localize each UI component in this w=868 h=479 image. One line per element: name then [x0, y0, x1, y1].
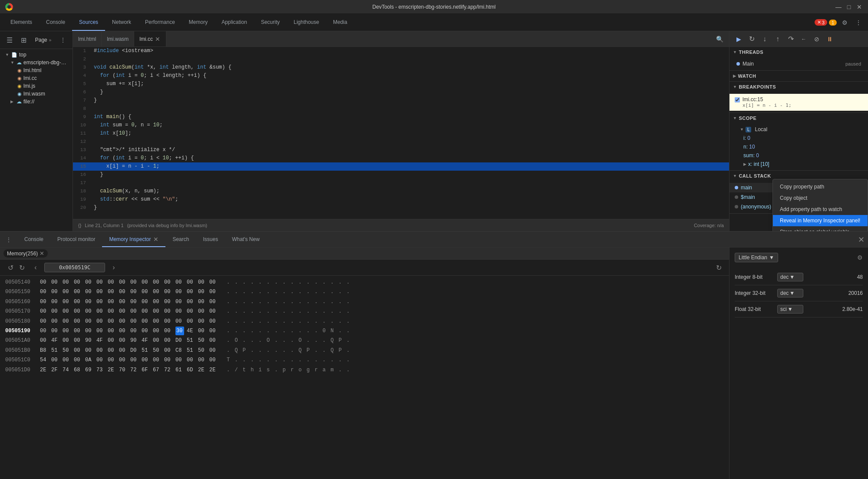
hex-byte[interactable]: 00 — [153, 287, 162, 296]
step-micro-button[interactable]: ↷ — [785, 33, 796, 45]
hex-byte[interactable]: 90 — [130, 336, 139, 345]
hex-byte[interactable]: 00 — [74, 287, 83, 296]
source-tab-lmi-html[interactable]: lmi.html — [73, 31, 102, 46]
hex-byte[interactable]: 00 — [108, 346, 116, 355]
hex-byte[interactable]: 00 — [198, 287, 207, 296]
hex-byte[interactable]: 00 — [51, 317, 60, 326]
hex-byte[interactable]: 00 — [164, 336, 173, 345]
hex-byte[interactable]: 00 — [108, 287, 116, 296]
tree-item-lmi-wasm[interactable]: ◉ lmi.wasm — [0, 90, 73, 98]
ctx-copy-path[interactable]: Copy property path — [773, 181, 868, 192]
breakpoint-checkbox[interactable] — [735, 97, 740, 102]
hex-byte[interactable]: 00 — [187, 307, 195, 316]
hex-byte[interactable]: 00 — [63, 278, 71, 287]
ctx-add-watch[interactable]: Add property path to watch — [773, 204, 868, 215]
hex-byte[interactable]: 2E — [40, 366, 49, 374]
hex-byte[interactable]: 6F — [142, 366, 150, 374]
minimize-button[interactable]: — — [835, 3, 842, 10]
window-controls[interactable]: — □ ✕ — [835, 3, 863, 10]
hex-byte[interactable]: 00 — [119, 287, 128, 296]
hex-row[interactable]: 005051D02E2F746869732E70726F6772616D2E2E… — [0, 365, 729, 375]
hex-byte[interactable]: 50 — [63, 346, 71, 355]
expand-icon[interactable]: » — [49, 38, 52, 43]
hex-byte[interactable]: 00 — [85, 307, 94, 316]
code-line-6[interactable]: 6 } — [73, 88, 729, 96]
hex-byte[interactable]: 00 — [85, 297, 94, 306]
resume-button[interactable]: ▶ — [733, 33, 744, 45]
hex-byte[interactable]: 51 — [142, 346, 150, 355]
tab-memory[interactable]: Memory — [182, 14, 215, 31]
hex-byte[interactable]: 2E — [198, 366, 207, 374]
hex-byte[interactable]: D0 — [130, 346, 139, 355]
code-line-2[interactable]: 2 — [73, 55, 729, 63]
hex-byte[interactable]: 00 — [164, 327, 173, 335]
hex-byte[interactable]: 4F — [142, 336, 150, 345]
hex-byte[interactable]: 00 — [108, 278, 116, 287]
hex-row[interactable]: 0050515000000000000000000000000000000000… — [0, 287, 729, 297]
hex-byte[interactable]: 00 — [142, 278, 150, 287]
hex-byte[interactable]: 73 — [96, 366, 105, 374]
hex-byte[interactable]: 00 — [40, 287, 49, 296]
hex-byte[interactable]: 00 — [209, 356, 218, 364]
hex-row[interactable]: 0050516000000000000000000000000000000000… — [0, 297, 729, 307]
hex-byte[interactable]: 00 — [85, 346, 94, 355]
hex-byte[interactable]: 00 — [175, 287, 184, 296]
tab-security[interactable]: Security — [254, 14, 287, 31]
deactivate-button[interactable]: ⊘ — [811, 33, 822, 45]
hex-byte[interactable]: 00 — [142, 317, 150, 326]
hex-byte[interactable]: 00 — [209, 327, 218, 335]
hex-byte[interactable]: 00 — [74, 356, 83, 364]
hex-byte[interactable]: 00 — [96, 278, 105, 287]
hex-byte[interactable]: 00 — [119, 356, 128, 364]
hex-byte[interactable]: 00 — [85, 287, 94, 296]
hex-byte[interactable]: 00 — [96, 346, 105, 355]
hex-byte[interactable]: 00 — [63, 327, 71, 335]
hex-byte[interactable]: 00 — [198, 297, 207, 306]
breakpoints-header[interactable]: ▼ Breakpoints — [729, 82, 868, 92]
hex-byte[interactable]: 00 — [209, 307, 218, 316]
format-icon[interactable]: {} — [78, 223, 81, 228]
tab-console[interactable]: Console — [39, 14, 72, 31]
hex-byte[interactable]: 00 — [153, 327, 162, 335]
undo-button[interactable]: ↺ — [5, 262, 16, 273]
bottom-tab-whats-new[interactable]: What's New — [225, 232, 267, 247]
sidebar-toggle[interactable]: ☰ — [3, 34, 16, 46]
hex-row[interactable]: 0050518000000000000000000000000000000000… — [0, 317, 729, 326]
int8-type-select[interactable]: dec ▼ — [777, 273, 803, 281]
hex-byte[interactable]: 00 — [74, 327, 83, 335]
tree-item-lmi-js[interactable]: ◉ lmi.js — [0, 82, 73, 90]
code-line-3[interactable]: 3void calcSum(int *x, int length, int &s… — [73, 63, 729, 72]
hex-byte[interactable]: 00 — [96, 317, 105, 326]
hex-byte[interactable]: 00 — [209, 336, 218, 345]
bottom-tab-issues[interactable]: Issues — [196, 232, 225, 247]
hex-byte[interactable]: 00 — [119, 307, 128, 316]
hex-byte[interactable]: 2E — [108, 366, 116, 374]
code-line-7[interactable]: 7} — [73, 96, 729, 105]
hex-byte[interactable]: 00 — [40, 327, 49, 335]
hex-byte[interactable]: 00 — [187, 317, 195, 326]
hex-byte[interactable]: 00 — [40, 278, 49, 287]
source-tab-lmi-cc[interactable]: lmi.cc ✕ — [134, 31, 166, 46]
hex-byte[interactable]: 00 — [130, 297, 139, 306]
hex-row[interactable]: 00505190000000000000000000000000304E0000… — [0, 326, 729, 336]
hex-byte[interactable]: 00 — [108, 307, 116, 316]
code-line-16[interactable]: 16 } — [73, 171, 729, 179]
hex-row[interactable]: 005051A0004F0000904F0000904F0000D0515000… — [0, 336, 729, 345]
pause-button[interactable]: ⏸ — [824, 33, 835, 45]
hex-byte[interactable]: 51 — [187, 346, 195, 355]
code-line-19[interactable]: 19 std::cerr << sum << "\n"; — [73, 195, 729, 204]
threads-header[interactable]: ▼ Threads — [729, 47, 868, 57]
hex-row[interactable]: 005051C0540000000A0000000000000000000000… — [0, 355, 729, 365]
hex-byte[interactable]: 00 — [187, 356, 195, 364]
hex-byte[interactable]: 00 — [74, 336, 83, 345]
hex-byte[interactable]: 00 — [198, 327, 207, 335]
hex-byte[interactable]: 00 — [74, 346, 83, 355]
hex-byte[interactable]: 00 — [119, 346, 128, 355]
hex-byte[interactable]: 00 — [96, 297, 105, 306]
hex-byte[interactable]: B8 — [40, 346, 49, 355]
hex-byte[interactable]: 00 — [74, 307, 83, 316]
prev-address-button[interactable]: ‹ — [30, 262, 41, 273]
hex-byte[interactable]: 00 — [130, 356, 139, 364]
hex-byte[interactable]: 72 — [130, 366, 139, 374]
tree-item-top[interactable]: ▼ 📄 top — [0, 51, 73, 59]
